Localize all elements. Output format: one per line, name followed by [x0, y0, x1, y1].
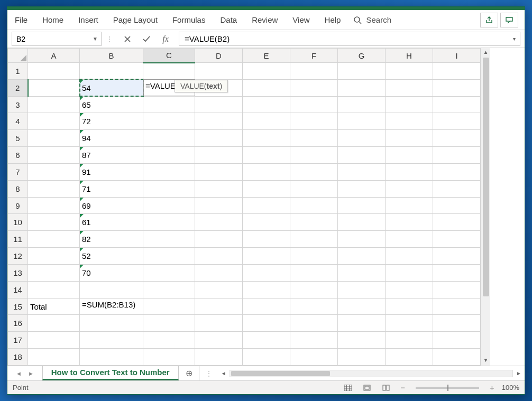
cell[interactable] [243, 332, 290, 349]
cell[interactable] [28, 231, 80, 248]
cell[interactable] [195, 264, 243, 281]
cell-B4[interactable]: 72 [80, 113, 143, 130]
cell[interactable] [143, 113, 195, 130]
row-header[interactable]: 8 [8, 180, 28, 197]
row-header[interactable]: 18 [8, 349, 28, 366]
cell[interactable] [243, 248, 290, 265]
cell[interactable] [338, 113, 386, 130]
cell[interactable] [143, 231, 195, 248]
cell[interactable] [338, 197, 386, 214]
cell[interactable] [338, 298, 386, 315]
ribbon-tab-data[interactable]: Data [213, 11, 244, 29]
cell[interactable] [28, 180, 80, 197]
spreadsheet-grid[interactable]: A B C D E F G H I 1 2 [7, 48, 481, 366]
row-header[interactable]: 1 [8, 63, 28, 80]
cell[interactable] [243, 281, 290, 298]
share-button[interactable] [480, 13, 498, 27]
cell[interactable] [290, 130, 338, 147]
cell[interactable] [195, 332, 243, 349]
cell-B6[interactable]: 87 [80, 147, 143, 164]
cell-B11[interactable]: 82 [80, 231, 143, 248]
cell[interactable] [386, 163, 433, 180]
cell[interactable] [386, 298, 433, 315]
ribbon-tab-help[interactable]: Help [317, 11, 348, 29]
sheet-tab-active[interactable]: How to Convert Text to Number [42, 366, 179, 380]
cell[interactable] [433, 281, 481, 298]
cell[interactable] [243, 63, 290, 80]
cell[interactable] [28, 214, 80, 231]
cell[interactable] [338, 130, 386, 147]
cell[interactable] [243, 113, 290, 130]
cell[interactable] [433, 332, 481, 349]
cell[interactable] [143, 332, 195, 349]
cell[interactable] [433, 231, 481, 248]
cell[interactable] [338, 180, 386, 197]
row-header[interactable]: 15 [8, 298, 28, 315]
cell[interactable] [386, 79, 433, 96]
scroll-right-icon[interactable]: ► [515, 370, 522, 376]
cell[interactable] [338, 281, 386, 298]
cell-B5[interactable]: 94 [80, 130, 143, 147]
cell[interactable] [290, 231, 338, 248]
cell[interactable] [195, 248, 243, 265]
chevron-down-icon[interactable]: ▾ [513, 36, 516, 42]
row-header[interactable]: 3 [8, 96, 28, 113]
cell[interactable] [433, 180, 481, 197]
ribbon-tab-page-layout[interactable]: Page Layout [106, 11, 165, 29]
zoom-in-button[interactable]: + [488, 383, 497, 392]
cell[interactable] [143, 130, 195, 147]
cell[interactable] [433, 163, 481, 180]
cell[interactable] [290, 96, 338, 113]
formula-input[interactable]: =VALUE(B2) ▾ [179, 32, 520, 46]
cell[interactable] [195, 130, 243, 147]
vertical-scrollbar[interactable]: ▲ ▼ [481, 48, 490, 366]
cell[interactable] [433, 315, 481, 332]
cell[interactable] [143, 197, 195, 214]
row-header[interactable]: 2 [8, 79, 28, 96]
row-header[interactable]: 16 [8, 315, 28, 332]
cell[interactable] [386, 63, 433, 80]
cell[interactable] [80, 63, 143, 80]
cell[interactable] [433, 214, 481, 231]
cell[interactable] [28, 79, 80, 96]
cell[interactable] [28, 147, 80, 164]
cell[interactable] [290, 63, 338, 80]
cell[interactable] [195, 96, 243, 113]
cell-B13[interactable]: 70 [80, 264, 143, 281]
cell-B10[interactable]: 61 [80, 214, 143, 231]
zoom-level[interactable]: 100% [502, 384, 519, 391]
cell[interactable] [386, 96, 433, 113]
cell[interactable] [290, 214, 338, 231]
cell[interactable] [290, 281, 338, 298]
cell[interactable] [80, 349, 143, 366]
cell[interactable] [243, 214, 290, 231]
horizontal-scrollbar[interactable]: ◄ ► [218, 366, 525, 380]
cell[interactable] [143, 63, 195, 80]
cell[interactable] [80, 315, 143, 332]
cell[interactable] [290, 197, 338, 214]
scroll-down-icon[interactable]: ▼ [483, 357, 489, 365]
cell[interactable] [243, 264, 290, 281]
cell[interactable] [433, 147, 481, 164]
ribbon-tab-formulas[interactable]: Formulas [165, 11, 213, 29]
insert-function-button[interactable]: fx [160, 34, 171, 44]
cell[interactable] [143, 180, 195, 197]
cell[interactable] [143, 281, 195, 298]
ribbon-tab-file[interactable]: File [7, 11, 35, 29]
cell[interactable] [386, 214, 433, 231]
cancel-button[interactable] [122, 35, 133, 43]
cell[interactable] [243, 79, 290, 96]
cell[interactable] [195, 180, 243, 197]
ribbon-tab-review[interactable]: Review [244, 11, 285, 29]
name-box[interactable]: B2 ▼ [12, 32, 102, 46]
cell[interactable] [290, 315, 338, 332]
zoom-slider[interactable] [416, 387, 479, 389]
view-page-break-button[interactable] [379, 383, 393, 393]
row-header[interactable]: 4 [8, 113, 28, 130]
row-header[interactable]: 6 [8, 147, 28, 164]
cell[interactable] [433, 130, 481, 147]
cell[interactable] [80, 281, 143, 298]
cell[interactable] [243, 180, 290, 197]
sheet-prev-icon[interactable]: ◄ [16, 370, 22, 377]
row-header[interactable]: 14 [8, 281, 28, 298]
